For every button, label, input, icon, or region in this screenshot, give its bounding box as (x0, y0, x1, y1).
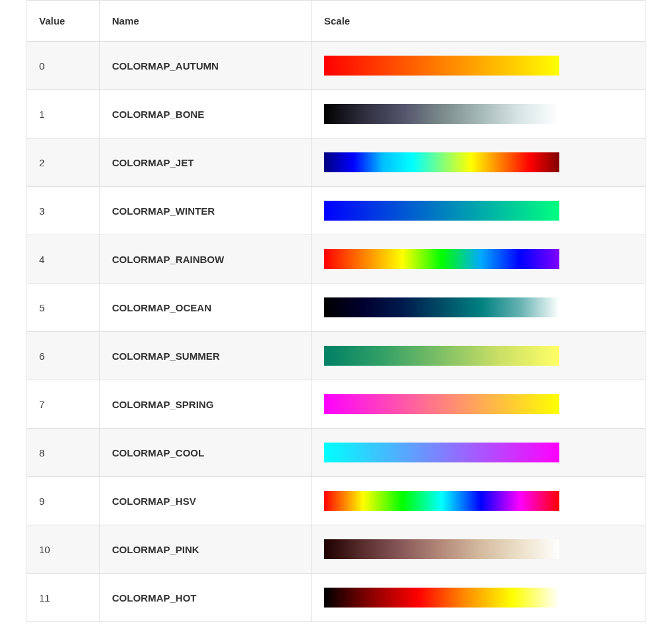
table-row: 7COLORMAP_SPRING (27, 380, 645, 429)
header-scale: Scale (312, 1, 645, 42)
colormap-swatch (324, 56, 559, 76)
cell-value: 2 (27, 138, 100, 187)
colormap-swatch (324, 588, 559, 608)
cell-name: COLORMAP_PINK (100, 525, 312, 574)
table-row: 10COLORMAP_PINK (27, 525, 645, 574)
colormap-swatch (324, 346, 559, 366)
cell-scale (312, 525, 645, 574)
cell-scale (312, 284, 645, 332)
cell-name: COLORMAP_AUTUMN (100, 42, 312, 90)
header-name: Name (100, 1, 312, 42)
cell-scale (312, 187, 645, 235)
cell-scale (312, 332, 645, 380)
table-row: 6COLORMAP_SUMMER (27, 332, 645, 380)
cell-name: COLORMAP_HSV (100, 477, 312, 525)
colormap-swatch (324, 394, 559, 414)
cell-scale (312, 574, 645, 622)
cell-value: 11 (27, 574, 100, 622)
cell-value: 8 (27, 429, 100, 477)
cell-name: COLORMAP_SPRING (100, 380, 312, 429)
cell-name: COLORMAP_HOT (100, 574, 312, 622)
cell-value: 1 (27, 90, 100, 138)
table-row: 5COLORMAP_OCEAN (27, 284, 645, 332)
table-row: 4COLORMAP_RAINBOW (27, 235, 645, 284)
cell-value: 3 (27, 187, 100, 235)
table-row: 8COLORMAP_COOL (27, 429, 645, 477)
table-row: 1COLORMAP_BONE (27, 90, 645, 138)
cell-name: COLORMAP_WINTER (100, 187, 312, 235)
cell-scale (312, 380, 645, 429)
cell-name: COLORMAP_RAINBOW (100, 235, 312, 284)
cell-name: COLORMAP_SUMMER (100, 332, 312, 380)
table-row: 9COLORMAP_HSV (27, 477, 645, 525)
table-row: 11COLORMAP_HOT (27, 574, 645, 622)
cell-scale (312, 42, 645, 90)
cell-value: 10 (27, 525, 100, 574)
colormap-swatch (324, 104, 559, 124)
cell-name: COLORMAP_BONE (100, 90, 312, 138)
colormap-swatch (324, 539, 559, 559)
cell-scale (312, 477, 645, 525)
cell-value: 4 (27, 235, 100, 284)
cell-value: 0 (27, 42, 100, 90)
colormap-swatch (324, 491, 559, 511)
cell-name: COLORMAP_OCEAN (100, 284, 312, 332)
colormap-swatch (324, 297, 559, 317)
colormap-swatch (324, 201, 559, 221)
cell-scale (312, 138, 645, 187)
cell-value: 6 (27, 332, 100, 380)
colormap-swatch (324, 443, 559, 462)
cell-scale (312, 235, 645, 284)
header-value: Value (27, 1, 100, 42)
cell-value: 5 (27, 284, 100, 332)
cell-scale (312, 90, 645, 138)
colormap-swatch (324, 152, 559, 172)
cell-value: 7 (27, 380, 100, 429)
colormap-table: Value Name Scale 0COLORMAP_AUTUMN1COLORM… (27, 0, 645, 622)
table-row: 2COLORMAP_JET (27, 138, 645, 187)
table-row: 0COLORMAP_AUTUMN (27, 42, 645, 90)
cell-value: 9 (27, 477, 100, 525)
colormap-swatch (324, 249, 559, 269)
table-header-row: Value Name Scale (27, 1, 645, 42)
cell-name: COLORMAP_JET (100, 138, 312, 187)
cell-scale (312, 429, 645, 477)
table-row: 3COLORMAP_WINTER (27, 187, 645, 235)
cell-name: COLORMAP_COOL (100, 429, 312, 477)
